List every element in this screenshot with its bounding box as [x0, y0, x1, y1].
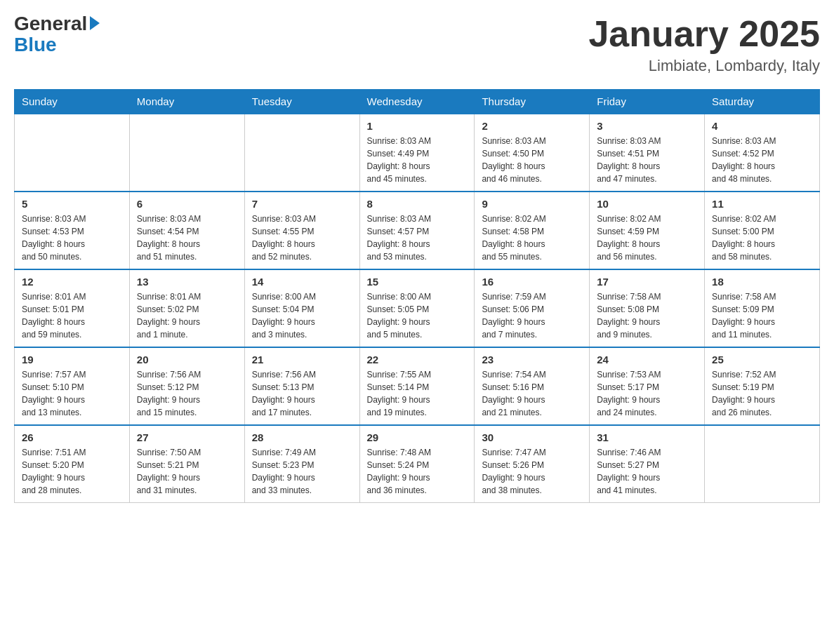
day-cell: 28Sunrise: 7:49 AM Sunset: 5:23 PM Dayli…: [244, 425, 359, 503]
day-info: Sunrise: 8:03 AM Sunset: 4:50 PM Dayligh…: [482, 135, 582, 185]
day-number: 12: [22, 276, 122, 288]
day-info: Sunrise: 7:49 AM Sunset: 5:23 PM Dayligh…: [252, 446, 352, 497]
day-number: 30: [482, 431, 582, 443]
day-cell: 18Sunrise: 7:58 AM Sunset: 5:09 PM Dayli…: [705, 269, 820, 347]
header-day-wednesday: Wednesday: [359, 90, 475, 114]
day-info: Sunrise: 7:56 AM Sunset: 5:12 PM Dayligh…: [137, 368, 237, 419]
week-row-4: 19Sunrise: 7:57 AM Sunset: 5:10 PM Dayli…: [15, 347, 820, 425]
week-row-5: 26Sunrise: 7:51 AM Sunset: 5:20 PM Dayli…: [15, 425, 820, 503]
day-number: 5: [22, 198, 122, 210]
header-day-monday: Monday: [129, 90, 244, 114]
header-day-saturday: Saturday: [705, 90, 820, 114]
day-info: Sunrise: 7:51 AM Sunset: 5:20 PM Dayligh…: [22, 446, 122, 497]
day-info: Sunrise: 7:50 AM Sunset: 5:21 PM Dayligh…: [137, 446, 237, 497]
day-cell: 6Sunrise: 8:03 AM Sunset: 4:54 PM Daylig…: [129, 192, 244, 269]
day-info: Sunrise: 8:02 AM Sunset: 4:59 PM Dayligh…: [597, 213, 697, 263]
logo-blue-text: Blue: [14, 34, 100, 56]
day-number: 25: [712, 354, 812, 365]
header-day-tuesday: Tuesday: [244, 90, 359, 114]
week-row-3: 12Sunrise: 8:01 AM Sunset: 5:01 PM Dayli…: [15, 269, 820, 347]
day-info: Sunrise: 8:03 AM Sunset: 4:51 PM Dayligh…: [597, 135, 697, 185]
day-info: Sunrise: 8:03 AM Sunset: 4:49 PM Dayligh…: [367, 135, 468, 185]
day-cell: [705, 425, 820, 503]
day-info: Sunrise: 7:53 AM Sunset: 5:17 PM Dayligh…: [597, 368, 697, 419]
day-cell: 23Sunrise: 7:54 AM Sunset: 5:16 PM Dayli…: [475, 347, 590, 425]
day-number: 7: [252, 198, 352, 210]
header-row: SundayMondayTuesdayWednesdayThursdayFrid…: [15, 90, 820, 114]
day-info: Sunrise: 8:03 AM Sunset: 4:57 PM Dayligh…: [367, 213, 468, 263]
day-info: Sunrise: 7:46 AM Sunset: 5:27 PM Dayligh…: [597, 446, 697, 497]
day-cell: [244, 114, 359, 192]
day-cell: [15, 114, 130, 192]
day-cell: 19Sunrise: 7:57 AM Sunset: 5:10 PM Dayli…: [15, 347, 130, 425]
day-cell: 30Sunrise: 7:47 AM Sunset: 5:26 PM Dayli…: [475, 425, 590, 503]
day-number: 8: [367, 198, 468, 210]
day-cell: 1Sunrise: 8:03 AM Sunset: 4:49 PM Daylig…: [359, 114, 475, 192]
day-cell: 9Sunrise: 8:02 AM Sunset: 4:58 PM Daylig…: [475, 192, 590, 269]
day-cell: 15Sunrise: 8:00 AM Sunset: 5:05 PM Dayli…: [359, 269, 475, 347]
day-info: Sunrise: 7:47 AM Sunset: 5:26 PM Dayligh…: [482, 446, 582, 497]
day-number: 1: [367, 120, 468, 132]
day-number: 27: [137, 431, 237, 443]
day-number: 13: [137, 276, 237, 288]
day-cell: 31Sunrise: 7:46 AM Sunset: 5:27 PM Dayli…: [590, 425, 705, 503]
day-number: 24: [597, 354, 697, 365]
day-cell: 17Sunrise: 7:58 AM Sunset: 5:08 PM Dayli…: [590, 269, 705, 347]
day-number: 15: [367, 276, 468, 288]
day-number: 3: [597, 120, 697, 132]
week-row-2: 5Sunrise: 8:03 AM Sunset: 4:53 PM Daylig…: [15, 192, 820, 269]
day-info: Sunrise: 8:00 AM Sunset: 5:04 PM Dayligh…: [252, 290, 352, 341]
day-cell: 7Sunrise: 8:03 AM Sunset: 4:55 PM Daylig…: [244, 192, 359, 269]
day-info: Sunrise: 8:01 AM Sunset: 5:01 PM Dayligh…: [22, 290, 122, 341]
title-section: January 2025 Limbiate, Lombardy, Italy: [588, 14, 820, 75]
day-info: Sunrise: 8:01 AM Sunset: 5:02 PM Dayligh…: [137, 290, 237, 341]
day-cell: 2Sunrise: 8:03 AM Sunset: 4:50 PM Daylig…: [475, 114, 590, 192]
day-number: 23: [482, 354, 582, 365]
day-cell: 27Sunrise: 7:50 AM Sunset: 5:21 PM Dayli…: [129, 425, 244, 503]
header-day-sunday: Sunday: [15, 90, 130, 114]
day-cell: 21Sunrise: 7:56 AM Sunset: 5:13 PM Dayli…: [244, 347, 359, 425]
day-number: 10: [597, 198, 697, 210]
calendar-body: 1Sunrise: 8:03 AM Sunset: 4:49 PM Daylig…: [15, 114, 820, 503]
month-title: January 2025: [588, 14, 820, 54]
day-cell: 14Sunrise: 8:00 AM Sunset: 5:04 PM Dayli…: [244, 269, 359, 347]
location-text: Limbiate, Lombardy, Italy: [588, 57, 820, 75]
day-number: 22: [367, 354, 468, 365]
day-cell: [129, 114, 244, 192]
day-info: Sunrise: 8:02 AM Sunset: 5:00 PM Dayligh…: [712, 213, 812, 263]
day-cell: 24Sunrise: 7:53 AM Sunset: 5:17 PM Dayli…: [590, 347, 705, 425]
day-cell: 20Sunrise: 7:56 AM Sunset: 5:12 PM Dayli…: [129, 347, 244, 425]
week-row-1: 1Sunrise: 8:03 AM Sunset: 4:49 PM Daylig…: [15, 114, 820, 192]
day-info: Sunrise: 7:52 AM Sunset: 5:19 PM Dayligh…: [712, 368, 812, 419]
day-info: Sunrise: 7:58 AM Sunset: 5:09 PM Dayligh…: [712, 290, 812, 341]
day-cell: 29Sunrise: 7:48 AM Sunset: 5:24 PM Dayli…: [359, 425, 475, 503]
day-number: 31: [597, 431, 697, 443]
day-cell: 12Sunrise: 8:01 AM Sunset: 5:01 PM Dayli…: [15, 269, 130, 347]
day-info: Sunrise: 7:54 AM Sunset: 5:16 PM Dayligh…: [482, 368, 582, 419]
day-info: Sunrise: 8:00 AM Sunset: 5:05 PM Dayligh…: [367, 290, 468, 341]
day-number: 11: [712, 198, 812, 210]
day-cell: 22Sunrise: 7:55 AM Sunset: 5:14 PM Dayli…: [359, 347, 475, 425]
day-info: Sunrise: 7:55 AM Sunset: 5:14 PM Dayligh…: [367, 368, 468, 419]
day-number: 19: [22, 354, 122, 365]
logo-general-text: General: [14, 14, 100, 34]
day-number: 29: [367, 431, 468, 443]
day-info: Sunrise: 7:48 AM Sunset: 5:24 PM Dayligh…: [367, 446, 468, 497]
day-number: 16: [482, 276, 582, 288]
day-info: Sunrise: 7:57 AM Sunset: 5:10 PM Dayligh…: [22, 368, 122, 419]
day-info: Sunrise: 8:03 AM Sunset: 4:54 PM Dayligh…: [137, 213, 237, 263]
day-info: Sunrise: 8:02 AM Sunset: 4:58 PM Dayligh…: [482, 213, 582, 263]
day-info: Sunrise: 8:03 AM Sunset: 4:53 PM Dayligh…: [22, 213, 122, 263]
page-header: General Blue January 2025 Limbiate, Lomb…: [14, 14, 820, 75]
calendar-header: SundayMondayTuesdayWednesdayThursdayFrid…: [15, 90, 820, 114]
logo-triangle-icon: [90, 16, 100, 30]
day-cell: 16Sunrise: 7:59 AM Sunset: 5:06 PM Dayli…: [475, 269, 590, 347]
day-info: Sunrise: 7:59 AM Sunset: 5:06 PM Dayligh…: [482, 290, 582, 341]
day-cell: 5Sunrise: 8:03 AM Sunset: 4:53 PM Daylig…: [15, 192, 130, 269]
day-number: 20: [137, 354, 237, 365]
day-cell: 26Sunrise: 7:51 AM Sunset: 5:20 PM Dayli…: [15, 425, 130, 503]
day-number: 4: [712, 120, 812, 132]
logo: General Blue: [14, 14, 100, 56]
day-cell: 10Sunrise: 8:02 AM Sunset: 4:59 PM Dayli…: [590, 192, 705, 269]
day-number: 26: [22, 431, 122, 443]
